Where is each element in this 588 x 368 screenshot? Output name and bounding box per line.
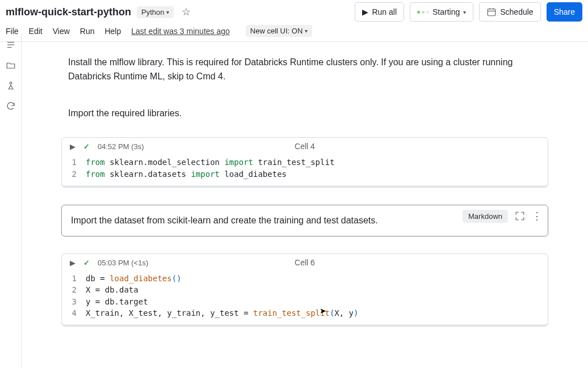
code-line: from sklearn.datasets import load_diabet… [86,168,287,180]
svg-point-7 [10,82,12,84]
notebook-content[interactable]: Install the mlflow library. This is requ… [22,34,588,368]
cluster-status-label: Starting [432,7,460,16]
code-cell[interactable]: ▶ ✓ 05:03 PM (<1s) Cell 6 1 db = load_di… [61,253,548,327]
code-line: db = load_diabetes() [86,273,182,284]
markdown-cell[interactable]: Import the required libraries. [68,107,541,121]
run-all-label: Run all [372,7,397,16]
code-line: X = db.data [86,284,138,295]
experiments-icon[interactable] [6,81,16,91]
markdown-cell-selected[interactable]: Markdown ⋮ Import the dataset from sciki… [61,205,548,236]
code-line: from sklearn.model_selection import trai… [86,156,334,168]
share-button[interactable]: Share [547,2,582,22]
refresh-icon[interactable] [6,101,16,111]
language-picker[interactable]: Python ▾ [137,6,174,18]
code-editor[interactable]: 1 from sklearn.model_selection import tr… [62,154,548,187]
share-label: Share [554,7,575,16]
cell-timestamp: 05:03 PM (<1s) [98,259,148,267]
code-cell[interactable]: ▶ ✓ 04:52 PM (3s) Cell 4 1 from sklearn.… [61,137,548,188]
line-number: 3 [69,296,86,307]
notebook-title[interactable]: mlflow-quick-start-python [6,6,131,18]
loading-dots-icon [417,11,429,14]
kebab-menu-icon[interactable]: ⋮ [532,210,542,222]
check-icon: ✓ [83,259,90,267]
svg-rect-0 [488,9,496,16]
run-all-button[interactable]: ▶ Run all [355,2,404,22]
cluster-status-button[interactable]: Starting ▾ [410,2,473,22]
run-cell-button[interactable]: ▶ [70,142,75,151]
toc-icon[interactable] [6,40,16,50]
left-rail [0,34,22,368]
schedule-button[interactable]: Schedule [479,2,540,22]
play-icon: ▶ [362,7,368,16]
line-number: 2 [69,168,86,180]
language-label: Python [141,8,164,16]
chevron-down-icon: ▾ [166,9,169,15]
line-number: 2 [69,284,86,295]
expand-icon[interactable] [515,211,525,221]
code-editor[interactable]: 1 db = load_diabetes() 2 X = db.data 3 y… [62,270,548,326]
code-line: X_train, X_test, y_train, y_test = train… [86,307,358,319]
chevron-down-icon: ▾ [305,28,308,34]
folder-icon[interactable] [6,60,16,70]
markdown-cell[interactable]: Install the mlflow library. This is requ… [68,56,541,84]
line-number: 4 [69,307,86,319]
cell-timestamp: 04:52 PM (3s) [98,142,144,151]
line-number: 1 [69,156,86,168]
check-icon: ✓ [83,142,90,151]
code-line: y = db.target [86,296,148,307]
cell-type-badge[interactable]: Markdown [463,210,508,223]
cell-label: Cell 4 [295,142,315,151]
calendar-icon [486,7,497,17]
run-cell-button[interactable]: ▶ [70,259,75,267]
cell-label: Cell 6 [295,258,315,267]
chevron-down-icon: ▾ [463,9,466,15]
star-icon[interactable]: ☆ [182,6,191,18]
schedule-label: Schedule [500,7,533,16]
line-number: 1 [69,273,86,284]
